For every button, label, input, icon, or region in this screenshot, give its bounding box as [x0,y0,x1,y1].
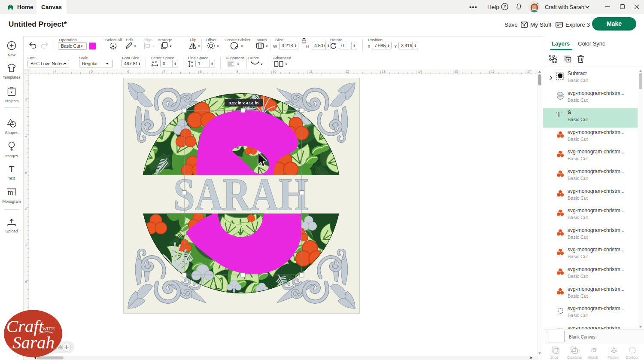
svg-text:B: B [155,61,157,64]
svg-text:17: 17 [527,70,531,73]
svg-text:3: 3 [24,99,28,101]
svg-text:16: 16 [491,70,494,73]
svg-text:7: 7 [24,245,28,247]
svg-text:5: 5 [91,70,93,73]
svg-text:14: 14 [418,70,422,73]
svg-text:13: 13 [382,70,385,73]
svg-text:m: m [7,188,13,196]
svg-text:Sarah: Sarah [12,333,55,352]
svg-text:6: 6 [24,208,28,210]
svg-text:SARAH: SARAH [173,168,308,220]
svg-text:7: 7 [164,70,165,73]
svg-text:B: B [191,64,193,67]
svg-text:WITH: WITH [43,326,55,331]
svg-text:4: 4 [55,70,56,73]
svg-text:A: A [152,61,154,64]
svg-text:T: T [9,165,14,174]
svg-text:?: ? [503,4,506,9]
svg-text:8: 8 [24,281,28,283]
svg-text:12: 12 [346,70,349,73]
svg-text:8: 8 [200,70,202,73]
svg-text:3.22 in x 4.51 in: 3.22 in x 4.51 in [229,101,259,105]
svg-text:10: 10 [273,70,276,73]
svg-text:4: 4 [24,136,28,137]
svg-text:15: 15 [455,70,458,73]
svg-text:6: 6 [127,70,129,73]
svg-text:5: 5 [24,172,28,174]
svg-text:A: A [191,61,193,64]
svg-text:9: 9 [237,70,238,73]
svg-text:11: 11 [309,70,313,73]
